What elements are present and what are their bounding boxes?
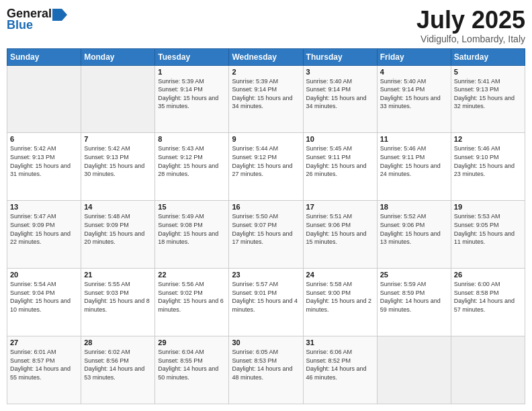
table-row: 20Sunrise: 5:54 AMSunset: 9:04 PMDayligh… xyxy=(7,269,81,336)
day-number: 28 xyxy=(84,338,152,347)
logo-blue-text: Blue xyxy=(7,18,33,32)
day-info: Sunrise: 6:02 AMSunset: 8:56 PMDaylight:… xyxy=(84,348,152,381)
day-number: 10 xyxy=(306,135,374,143)
day-number: 1 xyxy=(158,68,226,76)
day-number: 18 xyxy=(380,203,448,211)
table-row: 23Sunrise: 5:57 AMSunset: 9:01 PMDayligh… xyxy=(229,269,303,336)
day-info: Sunrise: 5:58 AMSunset: 9:00 PMDaylight:… xyxy=(306,280,374,314)
day-info: Sunrise: 5:46 AMSunset: 9:10 PMDaylight:… xyxy=(454,144,522,178)
table-row: 5Sunrise: 5:41 AMSunset: 9:13 PMDaylight… xyxy=(451,65,525,133)
title-area: July 2025 Vidigulfo, Lombardy, Italy xyxy=(416,7,525,44)
calendar-week-row: 1Sunrise: 5:39 AMSunset: 9:14 PMDaylight… xyxy=(7,65,525,133)
day-info: Sunrise: 5:39 AMSunset: 9:14 PMDaylight:… xyxy=(232,77,300,111)
table-row: 21Sunrise: 5:55 AMSunset: 9:03 PMDayligh… xyxy=(81,269,155,336)
table-row: 11Sunrise: 5:46 AMSunset: 9:11 PMDayligh… xyxy=(377,133,451,201)
col-thursday: Thursday xyxy=(303,48,377,65)
table-row: 15Sunrise: 5:49 AMSunset: 9:08 PMDayligh… xyxy=(155,201,229,269)
calendar-week-row: 27Sunrise: 6:01 AMSunset: 8:57 PMDayligh… xyxy=(7,336,525,404)
table-row: 28Sunrise: 6:02 AMSunset: 8:56 PMDayligh… xyxy=(81,336,155,404)
day-info: Sunrise: 5:56 AMSunset: 9:02 PMDaylight:… xyxy=(158,280,226,314)
day-number: 2 xyxy=(232,68,300,76)
calendar-week-row: 6Sunrise: 5:42 AMSunset: 9:13 PMDaylight… xyxy=(7,133,525,201)
day-info: Sunrise: 5:47 AMSunset: 9:09 PMDaylight:… xyxy=(10,212,78,246)
day-number: 3 xyxy=(306,68,374,76)
table-row: 22Sunrise: 5:56 AMSunset: 9:02 PMDayligh… xyxy=(155,269,229,336)
table-row: 6Sunrise: 5:42 AMSunset: 9:13 PMDaylight… xyxy=(7,133,81,201)
day-number: 26 xyxy=(454,271,522,279)
day-number: 13 xyxy=(10,203,78,211)
day-number: 12 xyxy=(454,135,522,143)
day-number: 16 xyxy=(232,203,300,211)
header: General Blue July 2025 Vidigulfo, Lombar… xyxy=(7,7,525,44)
table-row: 19Sunrise: 5:53 AMSunset: 9:05 PMDayligh… xyxy=(451,201,525,269)
day-number: 19 xyxy=(454,203,522,211)
table-row xyxy=(7,65,81,133)
table-row: 16Sunrise: 5:50 AMSunset: 9:07 PMDayligh… xyxy=(229,201,303,269)
day-number: 5 xyxy=(454,68,522,76)
day-info: Sunrise: 5:40 AMSunset: 9:14 PMDaylight:… xyxy=(306,77,374,111)
table-row xyxy=(377,336,451,404)
table-row xyxy=(451,336,525,404)
day-info: Sunrise: 5:41 AMSunset: 9:13 PMDaylight:… xyxy=(454,77,522,111)
svg-marker-0 xyxy=(52,9,67,21)
day-info: Sunrise: 5:57 AMSunset: 9:01 PMDaylight:… xyxy=(232,280,300,314)
table-row: 26Sunrise: 6:00 AMSunset: 8:58 PMDayligh… xyxy=(451,269,525,336)
day-info: Sunrise: 5:49 AMSunset: 9:08 PMDaylight:… xyxy=(158,212,226,246)
day-number: 15 xyxy=(158,203,226,211)
logo-arrow-icon xyxy=(52,9,67,21)
day-info: Sunrise: 6:00 AMSunset: 8:58 PMDaylight:… xyxy=(454,280,522,314)
table-row: 12Sunrise: 5:46 AMSunset: 9:10 PMDayligh… xyxy=(451,133,525,201)
day-info: Sunrise: 5:51 AMSunset: 9:06 PMDaylight:… xyxy=(306,212,374,246)
day-number: 8 xyxy=(158,135,226,143)
calendar-week-row: 13Sunrise: 5:47 AMSunset: 9:09 PMDayligh… xyxy=(7,201,525,269)
day-number: 21 xyxy=(84,271,152,279)
table-row: 25Sunrise: 5:59 AMSunset: 8:59 PMDayligh… xyxy=(377,269,451,336)
day-info: Sunrise: 5:42 AMSunset: 9:13 PMDaylight:… xyxy=(10,144,78,178)
table-row: 4Sunrise: 5:40 AMSunset: 9:14 PMDaylight… xyxy=(377,65,451,133)
day-number: 22 xyxy=(158,271,226,279)
day-info: Sunrise: 5:42 AMSunset: 9:13 PMDaylight:… xyxy=(84,144,152,178)
day-info: Sunrise: 5:40 AMSunset: 9:14 PMDaylight:… xyxy=(380,77,448,111)
day-info: Sunrise: 6:06 AMSunset: 8:52 PMDaylight:… xyxy=(306,348,374,381)
day-number: 31 xyxy=(306,338,374,347)
day-info: Sunrise: 5:46 AMSunset: 9:11 PMDaylight:… xyxy=(380,144,448,178)
day-number: 20 xyxy=(10,271,78,279)
table-row: 3Sunrise: 5:40 AMSunset: 9:14 PMDaylight… xyxy=(303,65,377,133)
location: Vidigulfo, Lombardy, Italy xyxy=(416,34,525,44)
col-wednesday: Wednesday xyxy=(229,48,303,65)
day-number: 27 xyxy=(10,338,78,347)
table-row: 14Sunrise: 5:48 AMSunset: 9:09 PMDayligh… xyxy=(81,201,155,269)
table-row: 7Sunrise: 5:42 AMSunset: 9:13 PMDaylight… xyxy=(81,133,155,201)
calendar-header-row: Sunday Monday Tuesday Wednesday Thursday… xyxy=(7,48,525,65)
table-row: 29Sunrise: 6:04 AMSunset: 8:55 PMDayligh… xyxy=(155,336,229,404)
day-info: Sunrise: 6:01 AMSunset: 8:57 PMDaylight:… xyxy=(10,348,78,381)
table-row xyxy=(81,65,155,133)
table-row: 31Sunrise: 6:06 AMSunset: 8:52 PMDayligh… xyxy=(303,336,377,404)
logo: General Blue xyxy=(7,7,67,32)
calendar-table: Sunday Monday Tuesday Wednesday Thursday… xyxy=(7,48,525,404)
day-info: Sunrise: 5:43 AMSunset: 9:12 PMDaylight:… xyxy=(158,144,226,178)
day-info: Sunrise: 6:04 AMSunset: 8:55 PMDaylight:… xyxy=(158,348,226,381)
day-info: Sunrise: 5:50 AMSunset: 9:07 PMDaylight:… xyxy=(232,212,300,246)
table-row: 13Sunrise: 5:47 AMSunset: 9:09 PMDayligh… xyxy=(7,201,81,269)
day-info: Sunrise: 6:05 AMSunset: 8:53 PMDaylight:… xyxy=(232,348,300,381)
day-number: 17 xyxy=(306,203,374,211)
table-row: 18Sunrise: 5:52 AMSunset: 9:06 PMDayligh… xyxy=(377,201,451,269)
calendar-week-row: 20Sunrise: 5:54 AMSunset: 9:04 PMDayligh… xyxy=(7,269,525,336)
table-row: 17Sunrise: 5:51 AMSunset: 9:06 PMDayligh… xyxy=(303,201,377,269)
day-info: Sunrise: 5:48 AMSunset: 9:09 PMDaylight:… xyxy=(84,212,152,246)
day-info: Sunrise: 5:39 AMSunset: 9:14 PMDaylight:… xyxy=(158,77,226,111)
day-info: Sunrise: 5:55 AMSunset: 9:03 PMDaylight:… xyxy=(84,280,152,314)
page: General Blue July 2025 Vidigulfo, Lombar… xyxy=(0,0,532,411)
day-number: 7 xyxy=(84,135,152,143)
day-number: 29 xyxy=(158,338,226,347)
table-row: 30Sunrise: 6:05 AMSunset: 8:53 PMDayligh… xyxy=(229,336,303,404)
col-saturday: Saturday xyxy=(451,48,525,65)
month-title: July 2025 xyxy=(416,7,525,34)
table-row: 10Sunrise: 5:45 AMSunset: 9:11 PMDayligh… xyxy=(303,133,377,201)
table-row: 2Sunrise: 5:39 AMSunset: 9:14 PMDaylight… xyxy=(229,65,303,133)
day-info: Sunrise: 5:53 AMSunset: 9:05 PMDaylight:… xyxy=(454,212,522,246)
col-sunday: Sunday xyxy=(7,48,81,65)
day-number: 6 xyxy=(10,135,78,143)
day-number: 23 xyxy=(232,271,300,279)
